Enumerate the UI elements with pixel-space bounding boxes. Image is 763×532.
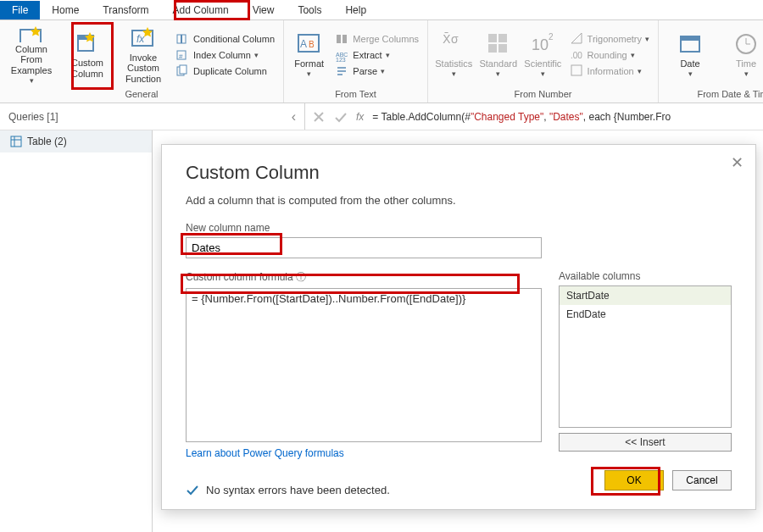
new-column-name-label: New column name: [186, 222, 732, 234]
date-button[interactable]: Date▾: [664, 25, 716, 86]
svg-text:B: B: [309, 40, 315, 49]
available-column-item[interactable]: EndDate: [560, 305, 731, 324]
help-tab[interactable]: Help: [333, 1, 378, 19]
view-tab[interactable]: View: [241, 1, 287, 19]
svg-rect-26: [571, 65, 582, 75]
queries-panel: Table (2): [0, 130, 153, 532]
svg-rect-21: [488, 44, 497, 53]
calendar-icon: [677, 31, 703, 57]
svg-rect-22: [498, 44, 507, 53]
rounding-button[interactable]: .00Rounding ▾: [571, 48, 649, 62]
custom-column-button[interactable]: Custom Column: [61, 25, 114, 86]
formula-input[interactable]: = {Number.From([StartDate])..Number.From…: [186, 288, 542, 442]
table-star-icon: [19, 25, 44, 43]
svg-text:#: #: [179, 53, 183, 60]
query-header-row: Queries [1] ‹ fx = Table.AddColumn(#"Cha…: [0, 103, 763, 130]
svg-text:10: 10: [532, 36, 549, 53]
ribbon: Column From Examples▾ Custom Column fx I…: [0, 20, 763, 103]
svg-text:.00: .00: [571, 51, 582, 60]
column-from-examples-button[interactable]: Column From Examples▾: [5, 25, 58, 86]
standard-icon: [486, 31, 511, 57]
duplicate-column-button[interactable]: Duplicate Column: [176, 64, 275, 78]
svg-rect-19: [488, 34, 497, 42]
dialog-title: Custom Column: [186, 162, 732, 184]
svg-rect-28: [681, 36, 699, 41]
general-group-label: General: [5, 87, 278, 101]
function-icon: fx: [131, 25, 156, 51]
from-text-group-label: From Text: [289, 87, 422, 101]
merge-columns-button[interactable]: Merge Columns: [336, 32, 419, 46]
tools-tab[interactable]: Tools: [286, 1, 333, 19]
available-column-item[interactable]: StartDate: [560, 286, 731, 305]
svg-rect-6: [181, 35, 182, 43]
svg-rect-20: [498, 34, 507, 42]
index-icon: #: [176, 48, 190, 62]
svg-rect-14: [337, 35, 341, 43]
fx-icon[interactable]: fx: [356, 111, 364, 123]
svg-text:2: 2: [549, 32, 554, 42]
collapse-icon[interactable]: ‹: [292, 109, 296, 125]
insert-button[interactable]: << Insert: [559, 433, 732, 452]
trig-icon: [571, 32, 584, 46]
scientific-icon: 102: [530, 31, 555, 57]
svg-text:A: A: [300, 38, 307, 50]
statistics-button[interactable]: X̄σ Statistics▾: [433, 25, 475, 86]
trigonometry-button[interactable]: Trigonometry ▾: [571, 32, 649, 46]
svg-text:X̄σ: X̄σ: [443, 32, 459, 46]
transform-tab[interactable]: Transform: [91, 1, 160, 19]
rounding-icon: .00: [571, 48, 584, 62]
commit-icon[interactable]: [334, 110, 348, 124]
table-icon: [10, 136, 22, 147]
cancel-button[interactable]: Cancel: [672, 470, 732, 490]
svg-rect-31: [11, 136, 21, 147]
conditional-column-button[interactable]: Conditional Column: [176, 32, 275, 46]
from-number-group-label: From Number: [433, 87, 653, 101]
formula-label: Custom column formula ⓘ: [186, 270, 542, 285]
available-columns-label: Available columns: [559, 270, 732, 282]
parse-button[interactable]: Parse ▾: [336, 64, 419, 78]
file-tab[interactable]: File: [0, 1, 40, 19]
check-icon: [186, 483, 199, 496]
information-button[interactable]: Information ▾: [571, 64, 649, 78]
scientific-button[interactable]: 102 Scientific▾: [522, 25, 564, 86]
formula-bar[interactable]: fx = Table.AddColumn(#"Changed Type", "D…: [305, 103, 763, 130]
close-button[interactable]: ✕: [731, 153, 744, 172]
menu-bar: File Home Transform Add Column View Tool…: [0, 0, 763, 20]
merge-icon: [336, 32, 349, 46]
formula-text: = Table.AddColumn(#"Changed Type", "Date…: [372, 111, 671, 123]
time-button[interactable]: Time▾: [720, 25, 763, 86]
learn-link[interactable]: Learn about Power Query formulas: [186, 447, 344, 459]
custom-column-icon: [75, 30, 100, 56]
svg-text:123: 123: [336, 57, 346, 62]
query-item[interactable]: Table (2): [0, 130, 152, 152]
queries-title: Queries [1]: [8, 111, 58, 123]
home-tab[interactable]: Home: [40, 1, 91, 19]
svg-rect-10: [180, 65, 187, 74]
clock-icon: [733, 31, 759, 57]
custom-column-dialog: ✕ Custom Column Add a column that is com…: [161, 144, 756, 510]
new-column-name-input[interactable]: [186, 237, 542, 258]
add-column-tab[interactable]: Add Column: [161, 1, 241, 19]
duplicate-icon: [176, 64, 190, 78]
conditional-icon: [176, 32, 190, 46]
standard-button[interactable]: Standard▾: [478, 25, 520, 86]
ok-button[interactable]: OK: [604, 470, 664, 490]
format-button[interactable]: AB Format▾: [289, 25, 329, 86]
extract-icon: ABC123: [336, 48, 349, 62]
from-datetime-group-label: From Date & Tim: [664, 87, 763, 101]
format-icon: AB: [297, 31, 322, 57]
invoke-custom-function-button[interactable]: fx Invoke Custom Function: [117, 25, 170, 86]
info-icon: [571, 64, 584, 78]
cancel-icon[interactable]: [312, 110, 326, 124]
dialog-subtitle: Add a column that is computed from the o…: [186, 194, 732, 207]
svg-text:fx: fx: [136, 33, 145, 45]
index-column-button[interactable]: #Index Column ▾: [176, 48, 275, 62]
available-columns-list[interactable]: StartDate EndDate: [559, 285, 732, 428]
statistics-icon: X̄σ: [441, 31, 466, 57]
parse-icon: [336, 64, 349, 78]
extract-button[interactable]: ABC123Extract ▾: [336, 48, 419, 62]
svg-rect-15: [343, 35, 347, 43]
